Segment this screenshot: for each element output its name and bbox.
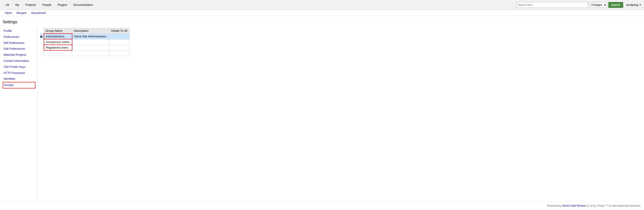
- table-row[interactable]: ▶ Administrators Gerrit Site Administrat…: [40, 34, 130, 39]
- page-title: Settings: [3, 20, 641, 24]
- col-header-visible-to-all: Visible To All: [109, 28, 130, 34]
- content-area: Group Name Description Visible To All ▶ …: [40, 28, 641, 198]
- settings-sidebar: Profile Preferences Diff Preferences Edi…: [3, 28, 38, 198]
- sidebar-item-contact-information[interactable]: Contact Information: [3, 58, 36, 64]
- top-navigation: All My Projects People Plugins Documenta…: [0, 0, 644, 10]
- search-input[interactable]: [516, 2, 588, 8]
- nav-item-my[interactable]: My: [12, 0, 22, 10]
- description-cell: [72, 39, 109, 45]
- row-arrow-icon: [40, 39, 44, 45]
- subnav-abandoned[interactable]: Abandoned: [29, 10, 48, 16]
- subnav-merged[interactable]: Merged: [14, 10, 29, 16]
- user-menu[interactable]: xw.lipeng ▼: [626, 3, 641, 6]
- visible-cell: [109, 45, 130, 50]
- sidebar-item-profile[interactable]: Profile: [3, 28, 36, 34]
- sub-navigation: Open Merged Abandoned: [0, 10, 644, 16]
- group-name-cell[interactable]: Administrators: [44, 34, 72, 39]
- footer-version: (2.13.5) | Press '?' to view keyboard sh…: [586, 204, 640, 207]
- sidebar-item-diff-preferences[interactable]: Diff Preferences: [3, 40, 36, 46]
- visible-cell: [109, 34, 130, 39]
- main-content: Settings Profile Preferences Diff Prefer…: [3, 20, 641, 198]
- nav-item-all[interactable]: All: [3, 0, 12, 10]
- sidebar-item-groups[interactable]: Groups: [3, 82, 36, 88]
- subnav-open[interactable]: Open: [3, 10, 14, 16]
- username: xw.lipeng: [626, 3, 638, 6]
- gerrit-link[interactable]: Gerrit Code Review: [562, 204, 586, 207]
- group-name-cell: [44, 50, 72, 56]
- description-cell: [72, 50, 109, 56]
- sidebar-item-http-password[interactable]: HTTP Password: [3, 70, 36, 76]
- visible-cell: [109, 39, 130, 45]
- description-cell: Gerrit Site Administrators: [72, 34, 109, 39]
- nav-item-documentation[interactable]: Documentation: [70, 0, 96, 10]
- sidebar-item-identities[interactable]: Identities: [3, 76, 36, 82]
- row-arrow-icon: ▶: [40, 34, 44, 39]
- table-row: [40, 50, 130, 56]
- search-area: Changes Projects People Search xw.lipeng…: [516, 2, 641, 8]
- groups-table: Group Name Description Visible To All ▶ …: [40, 28, 130, 56]
- col-header-description: Description: [72, 28, 109, 34]
- description-cell: [72, 45, 109, 50]
- row-arrow-icon: [40, 50, 44, 56]
- col-header-group-name: Group Name: [44, 28, 72, 34]
- sidebar-item-edit-preferences[interactable]: Edit Preferences: [3, 46, 36, 52]
- nav-item-projects[interactable]: Projects: [22, 0, 39, 10]
- sidebar-item-ssh-public-keys[interactable]: SSH Public Keys: [3, 64, 36, 70]
- search-button[interactable]: Search: [608, 2, 623, 8]
- sidebar-item-watched-projects[interactable]: Watched Projects: [3, 52, 36, 58]
- search-type-select[interactable]: Changes Projects People: [589, 2, 607, 8]
- row-arrow-icon: [40, 45, 44, 50]
- table-row[interactable]: Anonymous Users: [40, 39, 130, 45]
- group-name-cell[interactable]: Anonymous Users: [44, 39, 72, 45]
- footer-text: Powered by: [547, 204, 562, 207]
- page-container: Settings Profile Preferences Diff Prefer…: [0, 16, 644, 201]
- footer: Powered by Gerrit Code Review (2.13.5) |…: [0, 201, 644, 210]
- table-row[interactable]: Registered Users: [40, 45, 130, 50]
- nav-item-plugins[interactable]: Plugins: [54, 0, 70, 10]
- page-body: Profile Preferences Diff Preferences Edi…: [3, 28, 641, 198]
- visible-cell: [109, 50, 130, 56]
- user-menu-arrow-icon: ▼: [639, 4, 641, 6]
- sidebar-item-preferences[interactable]: Preferences: [3, 34, 36, 40]
- nav-item-people[interactable]: People: [39, 0, 54, 10]
- group-name-cell[interactable]: Registered Users: [44, 45, 72, 50]
